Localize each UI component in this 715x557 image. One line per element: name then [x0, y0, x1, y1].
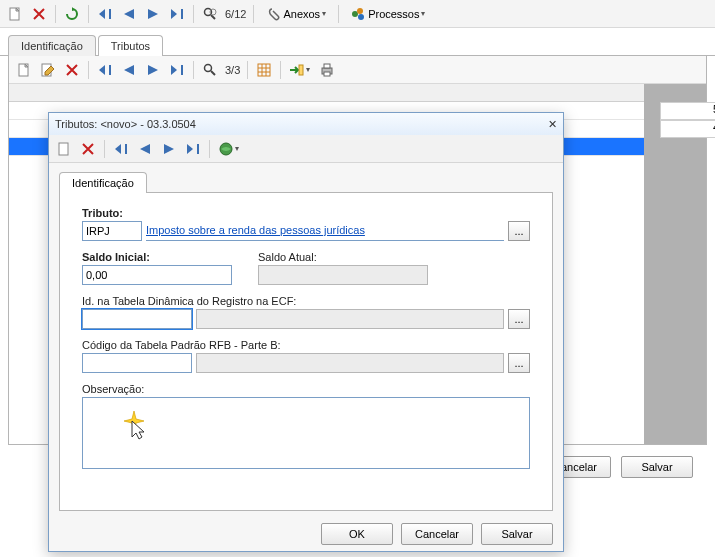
print-icon[interactable]	[316, 59, 338, 81]
edit-icon[interactable]	[37, 59, 59, 81]
separator	[280, 61, 281, 79]
dialog-toolbar: ▾	[49, 135, 563, 163]
svg-line-14	[211, 71, 215, 75]
svg-rect-22	[324, 64, 330, 68]
codigo-rfb-desc	[196, 353, 504, 373]
separator	[193, 61, 194, 79]
separator	[338, 5, 339, 23]
id-tabela-desc	[196, 309, 504, 329]
svg-point-13	[205, 64, 212, 71]
dialog-tabstrip: Identificação	[49, 163, 563, 192]
first-icon[interactable]	[94, 3, 116, 25]
last-icon[interactable]	[166, 3, 188, 25]
record-counter-sub: 3/3	[223, 64, 242, 76]
search-icon[interactable]	[199, 3, 221, 25]
separator	[55, 5, 56, 23]
separator	[209, 140, 210, 158]
saldo-inicial-label: Saldo Inicial:	[82, 251, 232, 263]
separator	[88, 5, 89, 23]
new-icon[interactable]	[53, 138, 75, 160]
svg-rect-23	[324, 72, 330, 76]
last-icon[interactable]	[166, 59, 188, 81]
saldo-inicial-input[interactable]	[82, 265, 232, 285]
chevron-down-icon: ▾	[421, 9, 425, 18]
prev-icon[interactable]	[118, 59, 140, 81]
saldo-atual-display	[258, 265, 428, 285]
tributo-browse-button[interactable]: ...	[508, 221, 530, 241]
new-icon[interactable]	[13, 59, 35, 81]
first-icon[interactable]	[94, 59, 116, 81]
cancel-button[interactable]: Cancelar	[401, 523, 473, 545]
ok-button[interactable]: OK	[321, 523, 393, 545]
grid-header	[9, 84, 644, 102]
observacao-label: Observação:	[82, 383, 530, 395]
dialog-panel: Tributo: Imposto sobre a renda das pesso…	[59, 192, 553, 511]
svg-point-8	[358, 14, 364, 20]
grid-side-cell: 4	[660, 120, 715, 138]
new-icon[interactable]	[4, 3, 26, 25]
svg-rect-1	[109, 9, 111, 19]
tributos-dialog: Tributos: <novo> - 03.3.0504 ✕ ▾ Identif…	[48, 112, 564, 552]
svg-rect-24	[59, 143, 68, 155]
main-tabstrip: Identificação Tributos	[0, 28, 715, 56]
separator	[253, 5, 254, 23]
anexos-label: Anexos	[283, 8, 320, 20]
delete-icon[interactable]	[61, 59, 83, 81]
tab-identificacao[interactable]: Identificação	[8, 35, 96, 56]
next-icon[interactable]	[142, 59, 164, 81]
svg-rect-15	[258, 64, 270, 76]
svg-point-6	[352, 11, 358, 17]
observacao-textarea[interactable]	[82, 397, 530, 469]
dialog-tab-identificacao[interactable]: Identificação	[59, 172, 147, 193]
dialog-title: Tributos: <novo> - 03.3.0504	[55, 118, 196, 130]
processos-menu[interactable]: Processos ▾	[344, 3, 432, 25]
tributo-code-input[interactable]	[82, 221, 142, 241]
grid-icon[interactable]	[253, 59, 275, 81]
dialog-footer: OK Cancelar Salvar	[49, 517, 563, 551]
next-icon[interactable]	[142, 3, 164, 25]
sub-toolbar: 3/3 ▾	[9, 56, 706, 84]
id-tabela-browse-button[interactable]: ...	[508, 309, 530, 329]
svg-rect-12	[181, 65, 183, 75]
delete-icon[interactable]	[77, 138, 99, 160]
prev-icon[interactable]	[118, 3, 140, 25]
prev-icon[interactable]	[134, 138, 156, 160]
next-icon[interactable]	[158, 138, 180, 160]
first-icon[interactable]	[110, 138, 132, 160]
chevron-down-icon: ▾	[235, 144, 239, 153]
tributo-label: Tributo:	[82, 207, 530, 219]
svg-rect-2	[181, 9, 183, 19]
svg-rect-20	[299, 65, 303, 75]
id-tabela-input[interactable]	[82, 309, 192, 329]
separator	[88, 61, 89, 79]
chevron-down-icon: ▾	[322, 9, 326, 18]
tab-tributos[interactable]: Tributos	[98, 35, 163, 56]
svg-rect-25	[125, 144, 127, 154]
record-counter: 6/12	[223, 8, 248, 20]
id-tabela-label: Id. na Tabela Dinâmica do Registro na EC…	[82, 295, 530, 307]
separator	[104, 140, 105, 158]
svg-rect-11	[109, 65, 111, 75]
svg-point-7	[357, 8, 363, 14]
save-button[interactable]: Salvar	[621, 456, 693, 478]
anexos-menu[interactable]: Anexos ▾	[259, 3, 333, 25]
codigo-rfb-browse-button[interactable]: ...	[508, 353, 530, 373]
grid-spacer: 5 4	[644, 84, 706, 444]
search-icon[interactable]	[199, 59, 221, 81]
last-icon[interactable]	[182, 138, 204, 160]
delete-icon[interactable]	[28, 3, 50, 25]
refresh-icon[interactable]	[61, 3, 83, 25]
world-icon[interactable]: ▾	[215, 138, 243, 160]
close-icon[interactable]: ✕	[548, 118, 557, 131]
app-toolbar: 6/12 Anexos ▾ Processos ▾	[0, 0, 715, 28]
svg-rect-26	[197, 144, 199, 154]
separator	[247, 61, 248, 79]
codigo-rfb-label: Código da Tabela Padrão RFB - Parte B:	[82, 339, 530, 351]
chevron-down-icon: ▾	[306, 65, 310, 74]
processos-label: Processos	[368, 8, 419, 20]
codigo-rfb-input[interactable]	[82, 353, 192, 373]
tributo-desc-link[interactable]: Imposto sobre a renda das pessoas jurídi…	[146, 221, 504, 241]
save-button[interactable]: Salvar	[481, 523, 553, 545]
dialog-titlebar[interactable]: Tributos: <novo> - 03.3.0504 ✕	[49, 113, 563, 135]
export-icon[interactable]: ▾	[286, 59, 314, 81]
